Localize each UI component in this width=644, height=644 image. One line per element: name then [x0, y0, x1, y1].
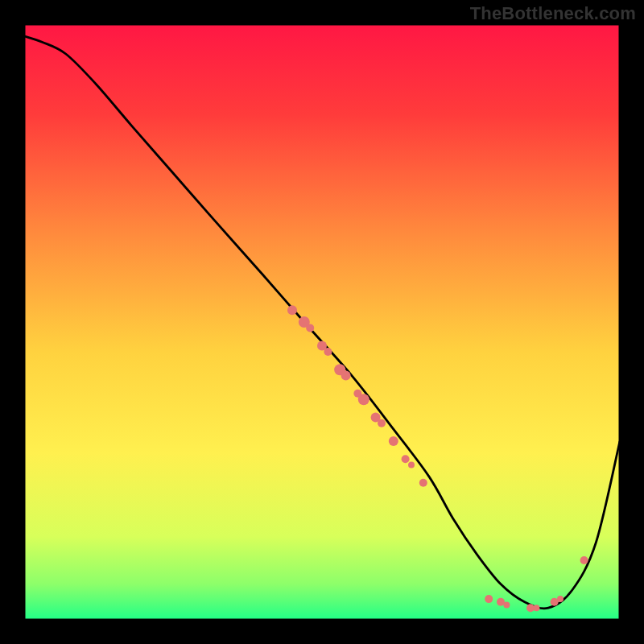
data-marker: [287, 305, 297, 315]
data-marker: [485, 595, 493, 603]
data-marker: [503, 602, 510, 609]
watermark-text: TheBottleneck.com: [470, 3, 636, 24]
data-marker: [580, 556, 588, 564]
data-marker: [378, 419, 386, 427]
data-marker: [402, 455, 410, 463]
chart-frame: TheBottleneck.com: [0, 0, 644, 644]
data-marker: [557, 596, 564, 602]
data-marker: [419, 479, 427, 487]
plot-background: [24, 24, 620, 620]
data-marker: [389, 436, 398, 446]
data-marker: [341, 371, 351, 381]
data-marker: [324, 348, 332, 356]
bottleneck-chart: [0, 0, 644, 644]
data-marker: [408, 462, 415, 469]
data-marker: [306, 324, 314, 332]
data-marker: [358, 394, 369, 405]
data-marker: [533, 605, 539, 611]
